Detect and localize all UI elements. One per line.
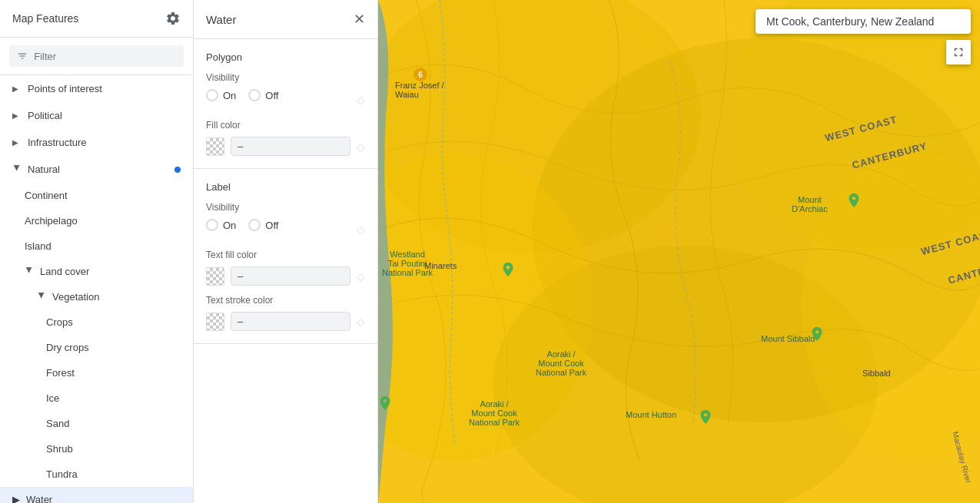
on-label: On (223, 90, 236, 101)
off-label: Off (265, 90, 278, 101)
sidebar-item-label: Continent (25, 190, 181, 201)
sidebar-item-sand[interactable]: Sand (0, 411, 193, 436)
sidebar-item-label: Water (26, 494, 181, 503)
text-stroke-color-value: – (231, 312, 350, 331)
filter-input[interactable] (34, 51, 176, 62)
on-radio-circle (206, 89, 218, 101)
left-header: Map Features (0, 0, 193, 38)
chevron-right-icon: ▶ (12, 138, 22, 147)
label-on-radio-circle (206, 219, 218, 231)
diamond-icon[interactable]: ◇ (357, 223, 365, 236)
active-dot (174, 167, 181, 173)
fill-color-row: – ◇ (206, 137, 365, 156)
visibility-label: Visibility (206, 72, 365, 83)
text-stroke-color-row: – ◇ (206, 312, 365, 331)
sidebar-item-political[interactable]: ▶ Political (0, 102, 193, 129)
on-radio[interactable]: On (206, 89, 236, 101)
park-label-aoraki-1: Aoraki / Mount Cook National Park (536, 349, 586, 377)
fullscreen-button[interactable] (946, 40, 971, 65)
park-label-westland: Westland Tai Poutini National Park (382, 250, 433, 277)
on-label: On (223, 220, 236, 231)
label-off-radio[interactable]: Off (248, 219, 278, 231)
map-terrain (378, 0, 980, 503)
sidebar-item-water[interactable]: ▶ Water (0, 487, 193, 503)
fill-color-value: – (231, 137, 350, 156)
sidebar-item-ice[interactable]: Ice (0, 386, 193, 411)
middle-header: Water ✕ (194, 0, 377, 39)
sidebar-item-dry-crops[interactable]: Dry crops (0, 335, 193, 360)
mountain-marker-minarets (500, 261, 517, 280)
visibility-label: Visibility (206, 202, 365, 213)
mountain-marker-hutton (697, 409, 714, 428)
chevron-down-icon: ▶ (38, 293, 46, 302)
search-bar[interactable]: Mt Cook, Canterbury, New Zealand (756, 9, 971, 34)
filter-icon (17, 50, 28, 62)
sidebar-item-infrastructure[interactable]: ▶ Infrastructure (0, 129, 193, 156)
route-badge: 6 (414, 68, 427, 81)
sidebar-item-points-of-interest[interactable]: ▶ Points of interest (0, 75, 193, 102)
text-fill-color-row: – ◇ (206, 266, 365, 286)
text-stroke-color-label: Text stroke color (206, 295, 365, 306)
sidebar-item-tundra[interactable]: Tundra (0, 462, 193, 487)
diamond-icon[interactable]: ◇ (357, 141, 365, 153)
sidebar-item-archipelago[interactable]: Archipelago (0, 208, 193, 233)
sidebar-item-shrub[interactable]: Shrub (0, 436, 193, 462)
sidebar-item-crops[interactable]: Crops (0, 309, 193, 335)
text-stroke-color-swatch[interactable] (206, 313, 224, 331)
diamond-icon[interactable]: ◇ (357, 270, 365, 283)
polygon-section: Polygon Visibility On Off ◇ Fill color –… (194, 39, 377, 169)
off-radio-circle (248, 89, 261, 101)
off-radio[interactable]: Off (248, 89, 278, 101)
sidebar-item-land-cover[interactable]: ▶ Land cover (0, 259, 193, 284)
road-marker-6: 6 (414, 68, 427, 81)
label-off-radio-circle (248, 219, 261, 231)
mountain-marker-darchiac (845, 192, 862, 211)
text-fill-color-label: Text fill color (206, 250, 365, 260)
fill-color-swatch[interactable] (206, 137, 224, 156)
sidebar-item-vegetation[interactable]: ▶ Vegetation (0, 284, 193, 309)
sidebar-item-label: Land cover (40, 266, 181, 277)
chevron-right-icon: ▶ (12, 84, 22, 93)
sidebar-item-continent[interactable]: Continent (0, 183, 193, 208)
park-label-darchiac: Mount D'Archiac (792, 195, 828, 213)
label-section-title: Label (206, 181, 365, 193)
text-fill-color-swatch[interactable] (206, 267, 224, 286)
middle-panel: Water ✕ Polygon Visibility On Off ◇ Fill… (194, 0, 378, 503)
close-icon[interactable]: ✕ (354, 11, 365, 28)
gear-icon[interactable] (165, 11, 181, 26)
map-features-title: Map Features (12, 12, 78, 25)
sidebar-item-label: Natural (28, 164, 168, 175)
park-label-hutton: Mount Hutton (626, 410, 676, 419)
city-label-sibbald: Sibbald (862, 369, 891, 378)
fullscreen-icon (952, 45, 965, 59)
park-label-sibbald: Mount Sibbald (761, 334, 815, 343)
sidebar-item-label: Political (28, 110, 181, 121)
chevron-down-icon: ▶ (25, 267, 34, 276)
sidebar-item-label: Points of interest (28, 83, 181, 94)
search-value: Mt Cook, Canterbury, New Zealand (766, 15, 934, 28)
diamond-icon[interactable]: ◇ (357, 316, 365, 328)
label-section: Label Visibility On Off ◇ Text fill colo… (194, 169, 377, 344)
chevron-right-icon: ▶ (12, 111, 22, 120)
sidebar-item-label: Island (25, 240, 181, 252)
sidebar-item-forest[interactable]: Forest (0, 360, 193, 386)
label-on-radio[interactable]: On (206, 219, 236, 231)
sidebar-item-label: Vegetation (52, 291, 181, 303)
polygon-section-title: Polygon (206, 51, 365, 63)
sidebar-item-island[interactable]: Island (0, 233, 193, 259)
sidebar-item-natural[interactable]: ▶ Natural (0, 156, 193, 183)
visibility-row: On Off ◇ (206, 219, 365, 240)
sidebar-item-label: Infrastructure (28, 137, 181, 148)
filter-input-wrapper[interactable] (9, 45, 184, 67)
diamond-icon[interactable]: ◇ (357, 94, 365, 106)
chevron-down-icon: ▶ (13, 165, 22, 174)
filter-bar (0, 38, 193, 75)
mountain-marker-np (378, 395, 394, 414)
fill-color-label: Fill color (206, 120, 365, 131)
chevron-right-icon: ▶ (12, 494, 20, 503)
text-fill-color-value: – (231, 266, 350, 286)
map-area[interactable]: Mt Cook, Canterbury, New Zealand 6 (378, 0, 980, 503)
mountain-marker-sibbald (809, 326, 826, 345)
left-panel: Map Features ▶ Points of interest ▶ Poli… (0, 0, 194, 503)
park-label-aoraki-2: Aoraki / Mount Cook National Park (469, 399, 520, 427)
